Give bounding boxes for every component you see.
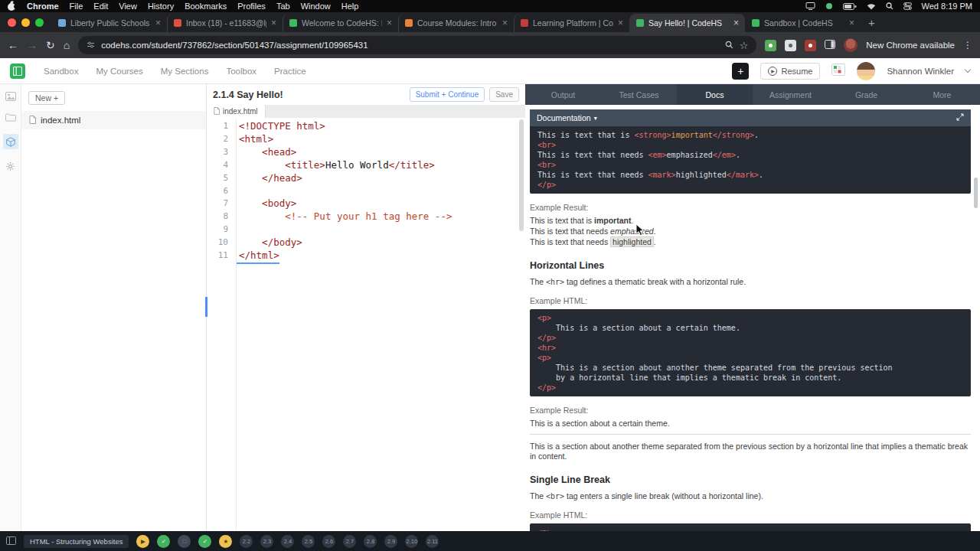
extension-icon-green[interactable] [765, 40, 776, 51]
side-panel-icon[interactable] [825, 38, 835, 52]
chevron-down-icon[interactable] [965, 66, 971, 72]
menubar-item-file[interactable]: File [70, 2, 83, 11]
lesson-badge-2.10[interactable]: 2.10 [405, 535, 418, 548]
resume-button[interactable]: ▶ Resume [760, 63, 820, 80]
window-minimize-button[interactable] [21, 18, 30, 27]
code-line-7[interactable]: 7 <body> [207, 197, 525, 210]
lesson-item-badge[interactable]: ★ [219, 535, 232, 548]
apple-menu-icon[interactable] [8, 2, 16, 11]
nav-my-sections[interactable]: My Sections [161, 67, 209, 76]
window-close-button[interactable] [8, 18, 16, 27]
browser-tab-7[interactable]: Sandbox | CodeHS× [745, 14, 861, 32]
layout-columns-icon[interactable] [6, 534, 16, 548]
module-label[interactable]: HTML - Structuring Websites [24, 535, 129, 548]
menubar-item-window[interactable]: Window [301, 2, 331, 11]
extension-icon-light[interactable] [785, 40, 796, 51]
back-icon[interactable]: ← [8, 40, 18, 51]
extension-icon-red[interactable] [805, 40, 816, 51]
lesson-badge-2.5[interactable]: 2.5 [302, 535, 315, 548]
docs-tab-assignment[interactable]: Assignment [753, 84, 828, 105]
battery-icon[interactable] [843, 3, 857, 10]
new-file-button[interactable]: New + [28, 91, 65, 105]
wifi-icon[interactable] [867, 3, 876, 10]
slides-icon[interactable] [5, 92, 16, 101]
docs-scrollbar[interactable] [974, 178, 978, 208]
menubar-item-tab[interactable]: Tab [276, 2, 290, 11]
code-line-6[interactable]: 6 [207, 185, 525, 198]
tab-close-icon[interactable]: × [618, 18, 623, 28]
folder-icon[interactable] [5, 113, 16, 122]
activity-grid-icon[interactable] [831, 64, 845, 79]
tab-close-icon[interactable]: × [387, 18, 392, 28]
lesson-badge-2.8[interactable]: 2.8 [364, 535, 377, 548]
browser-profile-avatar[interactable] [844, 38, 858, 52]
new-tab-button[interactable]: + [868, 16, 875, 29]
user-avatar[interactable] [857, 62, 875, 80]
browser-tab-3[interactable]: Welcome to CodeHS: Intro W...× [283, 14, 398, 32]
code-area[interactable]: 1<!DOCTYPE html>2<html>3 <head>4 <title>… [207, 118, 525, 531]
menubar-item-chrome[interactable]: Chrome [27, 2, 59, 11]
screen-mirroring-icon[interactable] [805, 2, 815, 10]
save-button[interactable]: Save [489, 87, 519, 102]
menubar-item-view[interactable]: View [119, 2, 137, 11]
nav-my-courses[interactable]: My Courses [96, 67, 142, 76]
docs-tab-more[interactable]: More [904, 84, 980, 105]
create-new-button[interactable]: + [732, 63, 749, 80]
menubar-clock[interactable]: Wed 8:19 PM [922, 2, 972, 11]
code-line-11[interactable]: 11</html> [207, 249, 525, 264]
docs-tab-docs[interactable]: Docs [677, 84, 753, 105]
browser-tab-5[interactable]: Learning Platform | CompTIA× [514, 14, 629, 32]
lesson-badge-2.3[interactable]: 2.3 [260, 535, 273, 548]
tab-close-icon[interactable]: × [849, 18, 854, 28]
control-center-icon[interactable] [903, 2, 912, 10]
lesson-item-badge[interactable]: ▶ [136, 535, 149, 548]
code-line-10[interactable]: 10 </body> [207, 236, 525, 249]
browser-tab-1[interactable]: Liberty Public Schools - Cale...× [51, 14, 167, 32]
code-line-1[interactable]: 1<!DOCTYPE html> [207, 120, 525, 133]
browser-tab-4[interactable]: Course Modules: Intro Web D...× [398, 14, 514, 32]
address-bar[interactable]: codehs.com/student/737862/section/501437… [78, 36, 756, 54]
user-name[interactable]: Shannon Winkler [887, 67, 954, 76]
settings-gear-icon[interactable] [5, 161, 15, 171]
docs-tab-grade[interactable]: Grade [828, 84, 904, 105]
bookmark-star-icon[interactable]: ☆ [740, 41, 749, 51]
lesson-item-badge[interactable]: □ [178, 535, 191, 548]
home-icon[interactable]: ⌂ [64, 40, 70, 51]
browser-tab-2[interactable]: Inbox (18) - e11683@lps53.o...× [167, 14, 283, 32]
browser-menu-icon[interactable]: ⋮ [963, 41, 972, 50]
sandbox-cube-icon[interactable] [3, 134, 18, 149]
nav-practice[interactable]: Practice [274, 67, 306, 76]
docs-tab-test-cases[interactable]: Test Cases [601, 84, 677, 105]
lesson-badge-2.2[interactable]: 2.2 [240, 535, 253, 548]
zoom-search-icon[interactable] [725, 38, 733, 52]
url-text[interactable]: codehs.com/student/737862/section/501437… [101, 41, 368, 50]
menubar-item-history[interactable]: History [148, 2, 174, 11]
code-line-5[interactable]: 5 </head> [207, 172, 525, 185]
app-status-icon[interactable] [825, 2, 833, 10]
browser-tab-6[interactable]: Say Hello! | CodeHS× [629, 14, 745, 32]
documentation-bar[interactable]: Documentation ▾ [530, 109, 971, 126]
tab-close-icon[interactable]: × [155, 18, 161, 28]
forward-icon[interactable]: → [27, 40, 38, 51]
editor-scrollbar[interactable] [519, 119, 524, 231]
lesson-badge-2.6[interactable]: 2.6 [322, 535, 335, 548]
code-line-8[interactable]: 8 <!-- Put your h1 tag here --> [207, 210, 525, 223]
window-zoom-button[interactable] [35, 18, 44, 27]
lesson-item-badge[interactable]: ✓ [157, 535, 170, 548]
nav-toolbox[interactable]: Toolbox [226, 67, 256, 76]
expand-icon[interactable] [956, 113, 964, 122]
lesson-badge-2.4[interactable]: 2.4 [281, 535, 294, 548]
tab-close-icon[interactable]: × [733, 18, 739, 28]
tab-close-icon[interactable]: × [502, 18, 508, 28]
menubar-item-bookmarks[interactable]: Bookmarks [185, 2, 227, 11]
menubar-item-edit[interactable]: Edit [93, 2, 108, 11]
menubar-item-help[interactable]: Help [341, 2, 359, 11]
chrome-update-label[interactable]: New Chrome available [866, 41, 955, 50]
lesson-item-badge[interactable]: ✓ [198, 535, 211, 548]
code-line-9[interactable]: 9 [207, 223, 525, 236]
site-settings-icon[interactable] [87, 38, 95, 52]
code-line-2[interactable]: 2<html> [207, 133, 525, 146]
lesson-badge-2.7[interactable]: 2.7 [343, 535, 356, 548]
lesson-badge-2.9[interactable]: 2.9 [384, 535, 397, 548]
code-line-4[interactable]: 4 <title>Hello World</title> [207, 159, 525, 172]
